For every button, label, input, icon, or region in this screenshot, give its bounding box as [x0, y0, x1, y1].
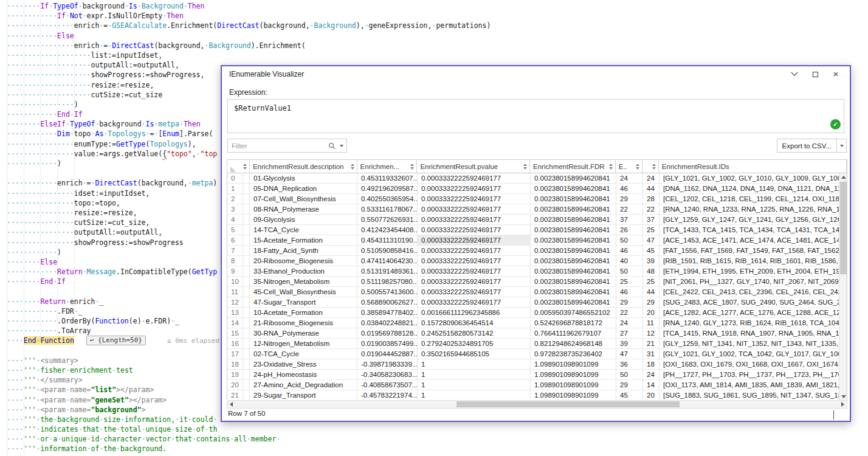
cell[interactable]: [PH__1727, PH__1703, PH__1737, PH__1723,… — [660, 370, 840, 380]
code-line[interactable]: ················enrich·=·GSEACalculate.E… — [7, 21, 491, 30]
table-row[interactable]: 1035-Nitrogen_Metabolism0.511198257080..… — [227, 277, 847, 287]
row-index-cell[interactable]: 17 — [227, 349, 243, 359]
cell[interactable]: [CEL_2422, CEL_2413, CEL_2396, CEL_2416,… — [660, 287, 840, 297]
cell[interactable] — [243, 297, 250, 308]
row-index-cell[interactable]: 14 — [227, 318, 243, 328]
corner-header[interactable] — [227, 160, 250, 173]
cell[interactable]: 30-RNA_Polymerase — [250, 328, 357, 339]
row-index-cell[interactable]: 4 — [227, 215, 243, 225]
cell[interactable]: 1 — [418, 390, 531, 401]
cell[interactable]: 40 — [616, 256, 643, 266]
code-line[interactable]: ····················list:=inputIdset, — [7, 50, 491, 60]
cell[interactable]: 0.0003332222592469177 — [418, 173, 531, 184]
cell[interactable] — [243, 246, 250, 256]
code-line[interactable]: ····'''·</param> — [7, 454, 491, 456]
column-header[interactable]: EnrichmentResult.FDR — [530, 160, 616, 173]
cell[interactable]: 0.454311310190... — [357, 235, 418, 246]
table-row[interactable]: 2027-Amino_Acid_Degradation-0.4085867350… — [227, 380, 847, 390]
cell[interactable]: 45-Cell_Wall_Biosynthesis — [250, 287, 357, 297]
cell[interactable]: 31 — [643, 349, 660, 359]
cell[interactable]: 11 — [643, 318, 660, 328]
cell[interactable]: 36 — [616, 359, 643, 370]
row-index-cell[interactable]: 2 — [227, 194, 243, 204]
cell[interactable]: 24 — [616, 173, 643, 184]
cell[interactable]: 1 — [418, 380, 531, 390]
cell[interactable]: 0.0016661112962345886 — [418, 308, 531, 318]
table-row[interactable]: 1612-Nitrogen_Metabolism0.019003857499..… — [227, 339, 847, 349]
cell[interactable]: 24-pH_Homeostasis — [250, 370, 357, 380]
cell[interactable]: 0.0003332222592469177 — [418, 204, 531, 215]
cell[interactable]: 01-Glycolysis — [250, 173, 357, 184]
cell[interactable]: 39 — [616, 339, 643, 349]
cell[interactable]: 50 — [616, 370, 643, 380]
cell[interactable]: 0.0003332222592469177 — [418, 297, 531, 308]
table-row[interactable]: 1247-Sugar_Transport0.568890062627...0.0… — [227, 297, 847, 308]
cell[interactable]: 0.0003332222592469177 — [418, 194, 531, 204]
row-index-cell[interactable]: 19 — [227, 370, 243, 380]
cell[interactable]: 44 — [643, 184, 660, 194]
cell[interactable]: 0.5242696878818172 — [531, 318, 616, 328]
cell[interactable]: 0.500557413600... — [357, 287, 418, 297]
cell[interactable]: 18 — [643, 359, 660, 370]
dialog-titlebar[interactable]: IEnumerable Visualizer × — [222, 66, 850, 82]
code-line[interactable]: ····'''·indicates·that·the·total·unique·… — [7, 424, 491, 434]
code-line[interactable]: ················enrich·=·DirectCast(back… — [7, 41, 491, 50]
cell[interactable]: 0.002380158994620841 — [531, 277, 616, 287]
table-row[interactable]: 933-Ethanol_Production0.513191489361...0… — [227, 266, 847, 277]
row-index-cell[interactable]: 3 — [227, 204, 243, 215]
cell[interactable]: 09-Glycolysis — [250, 215, 357, 225]
cell[interactable]: 22 — [616, 308, 643, 318]
cell[interactable]: 0.0003332222592469177 — [418, 256, 531, 266]
cell[interactable]: [ETH_1994, ETH_1995, ETH_2009, ETH_2004,… — [660, 266, 840, 277]
cell[interactable]: 22 — [643, 204, 660, 215]
cell[interactable]: 0.533116178067... — [357, 204, 418, 215]
cell[interactable]: 14-TCA_Cycle — [250, 225, 357, 235]
cell[interactable]: 45 — [616, 390, 643, 401]
cell[interactable]: 1.098901098901099 — [531, 380, 616, 390]
cell[interactable]: 0.0003332222592469177 — [418, 184, 531, 194]
cell[interactable] — [243, 359, 250, 370]
table-row[interactable]: 2129-Sugar_Transport-0.45783221974...11.… — [227, 390, 847, 401]
cell[interactable]: [DNA_1162, DNA_1124, DNA_1149, DNA_1121,… — [660, 184, 840, 194]
cell[interactable]: [RNA_1240, RNA_1233, RNA_1225, RNA_1226,… — [660, 204, 840, 215]
column-header[interactable]: E.. — [616, 160, 642, 173]
cell[interactable]: [GLY_1021, GLY_1002, GLY_1010, GLY_1009,… — [660, 173, 840, 184]
cell[interactable]: 24 — [643, 370, 660, 380]
cell[interactable]: [TCA_1415, RNA_1918, RNA_1907, RNA_1905,… — [660, 328, 840, 339]
cell[interactable]: 0.385894778402... — [357, 308, 418, 318]
row-index-cell[interactable]: 18 — [227, 359, 243, 370]
cell[interactable]: 27 — [616, 328, 643, 339]
cell[interactable]: [NIT_2061, PH__1327, GLY_1740, NIT_2067,… — [660, 277, 840, 287]
cell[interactable]: 0.453119332607... — [357, 173, 418, 184]
cell[interactable]: 0.002380158994620841 — [531, 246, 616, 256]
row-index-cell[interactable]: 6 — [227, 235, 243, 246]
cell[interactable]: 0.15728090636454514 — [418, 318, 531, 328]
horizontal-scroll-thumb[interactable] — [456, 401, 680, 407]
table-row[interactable]: 1823-Oxidative_Stress-0.39871983339...11… — [227, 359, 847, 370]
cell[interactable]: 0.402550365954... — [357, 194, 418, 204]
cell[interactable]: 46 — [616, 184, 643, 194]
cell[interactable]: 29 — [616, 297, 643, 308]
code-line[interactable]: ····'''·information·of·the·background. — [7, 444, 491, 454]
cell[interactable]: [OXI_1683, OXI_1679, OXI_1668, OXI_1667,… — [660, 359, 840, 370]
table-row[interactable]: 1310-Acetate_Formation0.385894778402...0… — [227, 308, 847, 318]
table-row[interactable]: 1145-Cell_Wall_Biosynthesis0.50055741360… — [227, 287, 847, 297]
cell[interactable]: [RNA_1240, GLY_1273, RIB_1624, RIB_1618,… — [660, 318, 840, 328]
cell[interactable]: 0.27924025324891705 — [418, 339, 531, 349]
cell[interactable]: 12 — [643, 328, 660, 339]
close-icon[interactable]: × — [832, 70, 840, 78]
cell[interactable]: -0.40858673507... — [357, 380, 418, 390]
cell[interactable]: 0.002380158994620841 — [531, 266, 616, 277]
column-header[interactable]: EnrichmentResult.description — [250, 160, 357, 173]
column-header[interactable] — [642, 160, 659, 173]
cell[interactable]: [SUG_1883, SUG_1861, SUG_1895, NIT_1347,… — [660, 390, 840, 401]
cell[interactable]: 12-Nitrogen_Metabolism — [250, 339, 357, 349]
cell[interactable]: 15-Acetate_Formation — [250, 235, 357, 246]
cell[interactable]: 0.0003332222592469177 — [418, 277, 531, 287]
minimize-chevron-icon[interactable] — [790, 70, 799, 78]
row-index-cell[interactable]: 21 — [227, 390, 243, 401]
cell[interactable]: 0.7664111962679107 — [531, 328, 616, 339]
row-index-cell[interactable]: 15 — [227, 328, 243, 339]
cell[interactable] — [243, 173, 250, 184]
cell[interactable]: 0.0003332222592469177 — [418, 246, 531, 256]
